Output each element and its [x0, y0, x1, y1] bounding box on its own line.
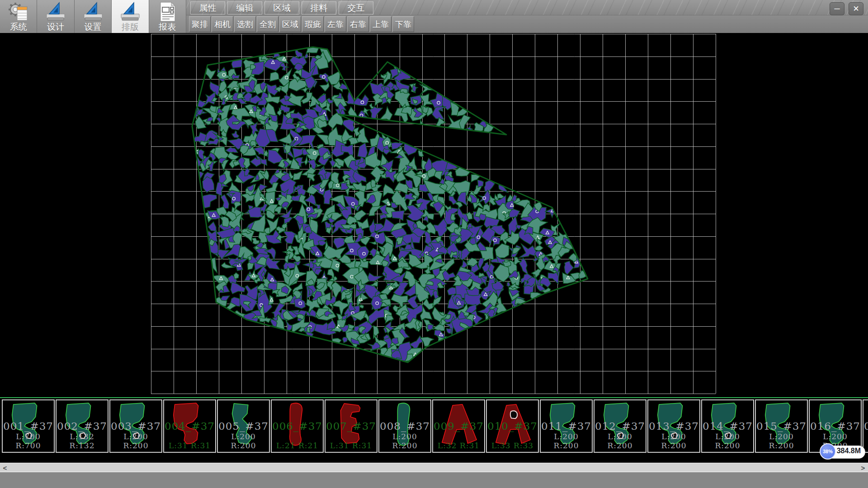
tool-button-bar: 聚排相机选割全割区域瑕疵左靠右靠上靠下靠 [189, 16, 414, 32]
piece-thumbnail-010_#37[interactable]: 010_#37L:33 R:33 [486, 399, 539, 453]
piece-id-label: 011_#37 [541, 420, 592, 432]
app-button-label: 报表 [159, 22, 176, 32]
tool-button-defect[interactable]: 瑕疵 [302, 16, 324, 32]
piece-thumbnail-011_#37[interactable]: 011_#37L:200 R:200 [540, 399, 593, 453]
system-icon [7, 1, 30, 22]
piece-count-label: L:31 R:31 [164, 441, 215, 450]
piece-count-label: L:200 R:200 [594, 432, 646, 450]
piece-thumbnail-002_#37[interactable]: 002_#37L:132 R:132 [56, 399, 108, 453]
piece-id-label: 009_#37 [433, 420, 484, 432]
piece-count-label: L:700 R:700 [3, 432, 54, 450]
piece-count-label: L:33 R:33 [487, 441, 538, 450]
piece-count-label: L:200 R:200 [863, 432, 868, 450]
piece-count-label: L:200 R:200 [379, 432, 430, 450]
minimize-button[interactable]: ─ [830, 2, 844, 15]
piece-thumbnail-017_#37[interactable]: 017_#37L:200 R:200 [863, 399, 868, 453]
piece-count-label: L:200 R:200 [110, 432, 161, 450]
ruler-icon [119, 1, 142, 22]
piece-count-label: L:31 R:31 [326, 441, 377, 450]
scroll-left-arrow-icon[interactable]: < [0, 463, 10, 472]
piece-id-label: 015_#37 [756, 420, 807, 432]
tool-button-camera[interactable]: 相机 [212, 16, 233, 32]
tool-button-snap-top[interactable]: 上靠 [370, 16, 392, 32]
app-button-design[interactable]: 设计 [37, 0, 74, 33]
piece-thumbnail-001_#37[interactable]: 001_#37L:700 R:700 [2, 399, 55, 453]
piece-id-label: 003_#37 [110, 420, 161, 432]
piece-thumbnail-014_#37[interactable]: 014_#37L:200 R:200 [701, 399, 754, 453]
app-mode-buttons: 系统 设计 设置 排版 报表 [0, 0, 186, 33]
piece-id-label: 012_#37 [594, 420, 646, 432]
app-button-label: 设计 [47, 22, 64, 32]
piece-id-label: 013_#37 [648, 420, 699, 432]
piece-thumbnail-007_#37[interactable]: 007_#37L:31 R:31 [325, 399, 377, 453]
ruler-icon [82, 1, 104, 22]
piece-thumbnail-015_#37[interactable]: 015_#37L:200 R:200 [755, 399, 808, 453]
menu-tab-region[interactable]: 区域 [264, 1, 299, 14]
piece-count-label: L:32 R:31 [433, 441, 484, 450]
piece-count-label: L:200 R:200 [702, 432, 753, 450]
piece-count-label: L:200 R:200 [756, 432, 807, 450]
piece-id-label: 016_#37 [810, 420, 861, 432]
piece-id-label: 008_#37 [379, 420, 430, 432]
piece-id-label: 001_#37 [3, 420, 54, 432]
menu-tab-properties[interactable]: 属性 [190, 1, 225, 14]
piece-thumbnail-004_#37[interactable]: 004_#37L:31 R:31 [163, 399, 216, 453]
piece-thumbnail-008_#37[interactable]: 008_#37L:200 R:200 [378, 399, 431, 453]
piece-count-label: L:200 R:200 [648, 432, 699, 450]
app-button-label: 系统 [10, 22, 27, 32]
piece-count-label: L:132 R:132 [57, 432, 108, 450]
app-button-report[interactable]: 报表 [149, 0, 186, 33]
memory-usage-value: 384.8M [837, 447, 861, 455]
piece-thumbnail-009_#37[interactable]: 009_#37L:32 R:31 [432, 399, 485, 453]
tool-button-snap-left[interactable]: 左靠 [325, 16, 346, 32]
piece-id-label: 006_#37 [272, 420, 323, 432]
tool-button-cluster-nest[interactable]: 聚排 [189, 16, 211, 32]
piece-id-label: 005_#37 [218, 420, 269, 432]
piece-id-label: 004_#37 [164, 420, 215, 432]
piece-thumbnail-003_#37[interactable]: 003_#37L:200 R:200 [109, 399, 162, 453]
piece-thumbnail-strip: 001_#37L:700 R:700 002_#37L:132 R:132 00… [0, 398, 868, 463]
tool-button-snap-right[interactable]: 右靠 [347, 16, 369, 32]
app-button-system[interactable]: 系统 [0, 0, 37, 33]
piece-id-label: 014_#37 [702, 420, 753, 432]
app-button-settings[interactable]: 设置 [75, 0, 112, 33]
piece-id-label: 017_#37 [863, 420, 868, 432]
piece-thumbnail-005_#37[interactable]: 005_#37L:200 R:200 [217, 399, 270, 453]
ruler-icon [44, 1, 67, 22]
app-button-nesting[interactable]: 排版 [112, 0, 149, 33]
window-controls: ─ ✕ [830, 2, 863, 15]
tool-button-region[interactable]: 区域 [279, 16, 301, 32]
piece-thumbnail-013_#37[interactable]: 013_#37L:200 R:200 [647, 399, 700, 453]
menu-tab-interactive[interactable]: 交互 [339, 1, 373, 14]
piece-thumbnail-012_#37[interactable]: 012_#37L:200 R:200 [594, 399, 646, 453]
piece-id-label: 002_#37 [57, 420, 108, 432]
progress-percent-badge: 38% [820, 443, 836, 460]
tool-button-snap-bottom[interactable]: 下靠 [392, 16, 414, 32]
piece-count-label: L:200 R:200 [541, 432, 592, 450]
progress-percent-value: 38% [823, 449, 833, 454]
app-button-label: 排版 [122, 22, 139, 32]
report-icon [156, 1, 179, 22]
bottom-window-chrome [0, 472, 868, 488]
tool-button-cut-all[interactable]: 全割 [257, 16, 278, 32]
piece-count-label: L:21 R:21 [272, 441, 323, 450]
piece-id-label: 010_#37 [487, 420, 538, 432]
nesting-canvas[interactable] [0, 33, 868, 397]
close-button[interactable]: ✕ [849, 2, 863, 15]
menu-tab-bar: 属性编辑区域排料交互 [190, 1, 373, 14]
horizontal-scrollbar[interactable]: < > [0, 463, 868, 472]
app-button-label: 设置 [85, 22, 102, 32]
tool-button-select-cut[interactable]: 选割 [234, 16, 256, 32]
menu-tab-nest[interactable]: 排料 [302, 1, 336, 14]
piece-thumbnail-006_#37[interactable]: 006_#37L:21 R:21 [271, 399, 324, 453]
nesting-app-window: 系统 设计 设置 排版 报表 属性编辑区域排料交互 聚排相机选割全割区域瑕疵左靠… [0, 0, 868, 488]
piece-id-label: 007_#37 [326, 420, 377, 432]
menu-tab-edit[interactable]: 编辑 [227, 1, 262, 14]
scroll-right-arrow-icon[interactable]: > [858, 463, 868, 472]
piece-count-label: L:200 R:200 [218, 432, 269, 450]
piece-thumbnail-016_#37[interactable]: 016_#37L:200 R:200 [809, 399, 862, 453]
